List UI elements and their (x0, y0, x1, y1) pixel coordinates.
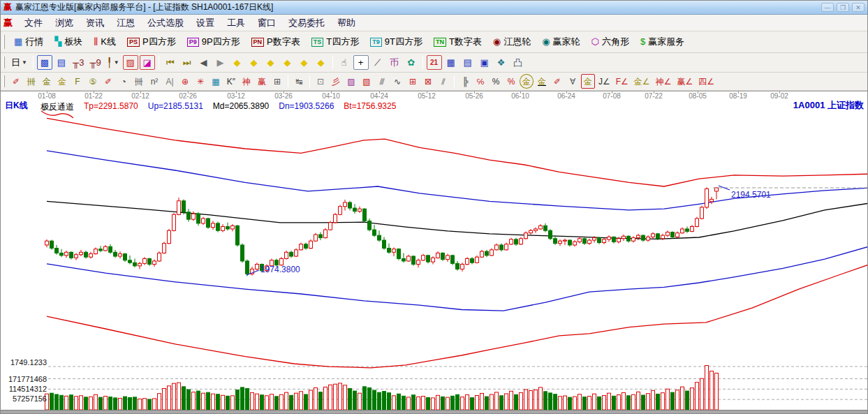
j-angle-tool[interactable]: J∠ (596, 74, 612, 89)
n-square-tool[interactable]: n² (147, 74, 161, 89)
grid-red-2-tool[interactable]: ⊠ (421, 74, 435, 89)
menu-item-6[interactable]: 工具 (221, 15, 251, 31)
expand-h-button[interactable]: ◆ (263, 55, 279, 70)
info-list-button[interactable]: ▤ (54, 55, 69, 70)
calendar-button[interactable]: 21 (427, 55, 442, 70)
win-grid-tool[interactable]: 赢 (255, 74, 269, 89)
kline-button[interactable]: ⫼K线 (88, 34, 122, 50)
p-number-table-button[interactable]: PNP数字表 (246, 34, 306, 50)
menu-item-9[interactable]: 帮助 (331, 15, 362, 31)
ruler-grid-tool[interactable]: ⊞ (270, 74, 284, 89)
nine-p-square-button[interactable]: P99P四方形 (182, 34, 246, 50)
brush-tool[interactable]: ✐ (9, 74, 23, 89)
t-number-table-button[interactable]: TNT数字表 (428, 34, 487, 50)
next-bar-button[interactable]: ▶ (213, 55, 228, 70)
h-measure-tool[interactable]: ↹ (292, 74, 306, 89)
gold-box-tool[interactable]: 金 (581, 74, 595, 89)
cycle-3-button[interactable]: ╥3 (71, 55, 86, 70)
close-button[interactable]: ✕ (852, 3, 865, 12)
save-button[interactable]: ▣ (477, 55, 492, 70)
p-square-button[interactable]: PSP四方形 (122, 34, 182, 50)
calculator-button[interactable]: ▦ (443, 55, 459, 70)
percent-line-tool[interactable]: % (504, 74, 518, 89)
shen-grid-tool[interactable]: 神 (240, 74, 253, 89)
gold-angle-tool[interactable]: 金∠ (632, 74, 652, 89)
volume-profile-button[interactable]: ◪ (140, 55, 155, 70)
menu-item-0[interactable]: 文件 (18, 15, 49, 31)
red-brush-tool[interactable]: ✐ (101, 74, 115, 89)
menu-item-5[interactable]: 设置 (190, 15, 221, 31)
percent-tool[interactable]: % (489, 74, 503, 89)
four-angle-tool[interactable]: 四∠ (696, 74, 716, 89)
quotes-button[interactable]: ▦行情 (8, 34, 49, 50)
clock-cycle-tool[interactable]: ◔ (117, 74, 131, 89)
winner-wheel-button[interactable]: ◉赢家轮 (536, 34, 585, 50)
ray-fan-tool[interactable]: 彡 (329, 74, 343, 89)
grid-tool[interactable]: 卌 (132, 74, 146, 89)
gold-grid-tool[interactable]: 金 (40, 74, 54, 89)
green-tool-button[interactable]: ✿ (404, 55, 419, 70)
rays-tool[interactable]: ⫻ (375, 74, 389, 89)
percent-angle-tool[interactable]: ℅ (473, 74, 487, 89)
crosshair-button[interactable]: + (353, 55, 369, 70)
nine-t-square-button[interactable]: T99T四方形 (365, 34, 428, 50)
v-channel-tool[interactable]: ∀ (566, 74, 580, 89)
spiral-5-tool[interactable]: ⑤ (86, 74, 100, 89)
circle-cross-tool[interactable]: ⊕ (178, 74, 192, 89)
fit-all-button[interactable]: ◆ (297, 55, 312, 70)
k-quote-tool[interactable]: K″ (224, 74, 238, 89)
f-grid-tool[interactable]: F (71, 74, 84, 89)
notepad-button[interactable]: ▤ (460, 55, 476, 70)
gold-line-tool[interactable]: 金 (535, 74, 549, 89)
chip-tool-button[interactable]: 币 (387, 55, 402, 70)
grid-red-tool[interactable]: ⊞ (406, 74, 420, 89)
cycle-9-button[interactable]: ╥9 (87, 55, 103, 70)
gold-circle-tool[interactable]: 金 (520, 74, 534, 89)
navigate-button[interactable]: ◆ (314, 55, 329, 70)
angle-mirror-tool[interactable]: A| (163, 74, 177, 89)
f-angle-tool[interactable]: F∠ (614, 74, 631, 89)
hexagon-button[interactable]: ⬡六角形 (586, 34, 635, 50)
trendline-button[interactable]: ⟋ (370, 55, 385, 70)
sectors-button[interactable]: ▚板块 (49, 34, 88, 50)
kline-period-button[interactable]: 日▼ (9, 55, 29, 70)
web-grid-tool[interactable]: ▦ (209, 74, 223, 89)
pan-hand-button[interactable]: ☝ (337, 55, 352, 70)
zigzag-tool[interactable]: ∿ (390, 74, 404, 89)
fan-box-red-tool[interactable]: ▧ (360, 74, 374, 89)
export-web-button[interactable]: ❖ (494, 55, 509, 70)
chart-area[interactable]: 日K线 1A0001 上证指数 极反通道 Tp=2291.5870Up=2185… (1, 99, 867, 410)
fan-box-purple-tool[interactable]: ▨ (344, 74, 358, 89)
last-page-button[interactable]: ⏭ (179, 55, 195, 70)
first-page-button[interactable]: ⏮ (163, 55, 178, 70)
menu-item-3[interactable]: 江恩 (110, 15, 141, 31)
prev-bar-button[interactable]: ◀ (196, 55, 212, 70)
print-button[interactable]: 凸 (510, 55, 526, 70)
menu-item-1[interactable]: 浏览 (49, 15, 80, 31)
pattern-red-button[interactable]: ▨ (123, 55, 138, 70)
menu-item-4[interactable]: 公式选股 (141, 15, 190, 31)
level-list-tool[interactable]: ╠ (458, 74, 472, 89)
menu-item-8[interactable]: 交易委托 (282, 15, 331, 31)
minimize-button[interactable]: — (821, 3, 834, 12)
shift-left-button[interactable]: ◆ (230, 55, 245, 70)
square-frame-tool[interactable]: ⊡ (314, 74, 328, 89)
shen-angle-tool[interactable]: 神∠ (654, 74, 674, 89)
kline-chart-canvas[interactable] (1, 99, 868, 410)
menu-item-2[interactable]: 资讯 (80, 15, 110, 31)
window-pattern-button[interactable]: ▩ (37, 55, 52, 70)
t-square-button[interactable]: TST四方形 (306, 34, 365, 50)
star-web-tool[interactable]: ✳ (193, 74, 207, 89)
parallel-tool[interactable]: ⫽ (436, 74, 450, 89)
compress-h-button[interactable]: ◆ (280, 55, 295, 70)
restore-button[interactable]: ❐ (837, 3, 849, 12)
shift-right-button[interactable]: ◆ (247, 55, 262, 70)
gold-grid-2-tool[interactable]: 金 (55, 74, 69, 89)
winner-service-button[interactable]: $赢家服务 (635, 34, 690, 50)
win-angle-tool[interactable]: 赢∠ (675, 74, 695, 89)
thin-candle-button[interactable]: ╿▼ (105, 55, 122, 70)
menu-item-7[interactable]: 窗口 (251, 15, 282, 31)
time-grid-tool[interactable]: 卌 (24, 74, 38, 89)
ink-tool[interactable]: ✐ (550, 74, 564, 89)
gann-wheel-button[interactable]: ◉江恩轮 (487, 34, 536, 50)
